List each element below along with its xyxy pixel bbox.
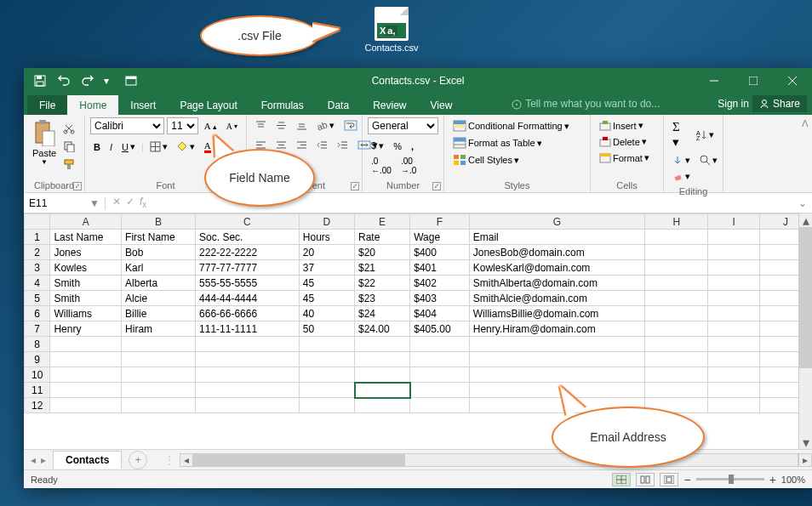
row-header-10[interactable]: 10: [25, 367, 50, 383]
tab-review[interactable]: Review: [361, 95, 418, 115]
col-header-G[interactable]: G: [469, 214, 645, 230]
cell-D12[interactable]: [299, 398, 354, 413]
cell-C11[interactable]: [196, 383, 300, 398]
conditional-formatting-button[interactable]: Conditional Formatting ▾: [449, 117, 585, 134]
cell-B9[interactable]: [122, 352, 196, 367]
cell-A3[interactable]: Kowles: [50, 260, 122, 276]
col-header-H[interactable]: H: [645, 214, 708, 230]
sheet-nav-next-icon[interactable]: ▸: [41, 454, 46, 466]
cell-B12[interactable]: [122, 398, 196, 413]
page-break-view-icon[interactable]: [660, 473, 678, 486]
cell-G6[interactable]: WilliamsBillie@domain.com: [469, 306, 645, 321]
cell-D7[interactable]: 50: [299, 321, 354, 337]
cell-H5[interactable]: [645, 291, 708, 306]
clipboard-launcher-icon[interactable]: ⤢: [73, 182, 82, 190]
row-header-8[interactable]: 8: [25, 337, 50, 352]
cell-F11[interactable]: [410, 383, 470, 398]
decrease-decimal-icon[interactable]: .00→.0: [397, 154, 420, 178]
cell-C2[interactable]: 222-22-2222: [196, 245, 300, 260]
tab-formulas[interactable]: Formulas: [249, 95, 316, 115]
cell-A8[interactable]: [50, 337, 122, 352]
alignment-launcher-icon[interactable]: ⤢: [351, 182, 359, 190]
tell-me-box[interactable]: Tell me what you want to do...: [512, 98, 660, 110]
cell-A10[interactable]: [50, 367, 122, 383]
row-header-11[interactable]: 11: [25, 383, 50, 398]
select-all-cell[interactable]: [25, 214, 50, 230]
cell-C7[interactable]: 111-11-1111: [196, 321, 300, 337]
cell-E12[interactable]: [355, 398, 410, 413]
name-box-input[interactable]: [29, 197, 80, 209]
cell-I9[interactable]: [708, 352, 760, 367]
cell-C5[interactable]: 444-44-4444: [196, 291, 300, 306]
cell-F9[interactable]: [410, 352, 470, 367]
tab-view[interactable]: View: [419, 95, 465, 115]
number-format-select[interactable]: General: [368, 117, 438, 134]
cell-A1[interactable]: Last Name: [50, 230, 122, 245]
cell-E10[interactable]: [355, 367, 410, 383]
cell-C8[interactable]: [196, 337, 300, 352]
italic-button[interactable]: I: [106, 139, 116, 155]
cell-E6[interactable]: $24: [355, 306, 410, 321]
cell-E9[interactable]: [355, 352, 410, 367]
scroll-left-icon[interactable]: ◂: [180, 453, 193, 467]
col-header-E[interactable]: E: [355, 214, 410, 230]
number-launcher-icon[interactable]: ⤢: [432, 182, 441, 190]
zoom-out-icon[interactable]: −: [683, 473, 690, 486]
cell-E8[interactable]: [355, 337, 410, 352]
format-cells-button[interactable]: Format ▾: [596, 150, 658, 166]
cell-C1[interactable]: Soc. Sec.: [196, 230, 300, 245]
tab-home[interactable]: Home: [67, 95, 118, 115]
align-top-icon[interactable]: [252, 117, 270, 134]
cell-A2[interactable]: Jones: [50, 245, 122, 260]
paste-button[interactable]: Paste▼: [29, 117, 60, 173]
cell-A9[interactable]: [50, 352, 122, 367]
cell-E2[interactable]: $20: [355, 245, 410, 260]
spreadsheet-grid[interactable]: ABCDEFGHIJ1Last NameFirst NameSoc. Sec.H…: [24, 213, 812, 413]
cell-H1[interactable]: [645, 230, 708, 245]
cell-G7[interactable]: Henry.Hiram@domain.com: [469, 321, 645, 337]
cell-styles-button[interactable]: Cell Styles ▾: [449, 151, 585, 168]
bold-button[interactable]: B: [90, 139, 104, 155]
cell-C12[interactable]: [196, 398, 300, 413]
cell-E11[interactable]: [355, 383, 410, 398]
row-header-6[interactable]: 6: [25, 306, 50, 321]
col-header-C[interactable]: C: [196, 214, 300, 230]
cell-I2[interactable]: [708, 245, 760, 260]
horizontal-scrollbar[interactable]: ⋮ ◂ ▸: [164, 453, 812, 467]
cell-A12[interactable]: [50, 398, 122, 413]
share-button[interactable]: Share: [752, 95, 807, 112]
cancel-formula-icon[interactable]: ✕: [112, 196, 121, 209]
cell-A4[interactable]: Smith: [50, 276, 122, 291]
cell-B7[interactable]: Hiram: [122, 321, 196, 337]
cell-D10[interactable]: [299, 367, 354, 383]
cell-A11[interactable]: [50, 383, 122, 398]
cell-C10[interactable]: [196, 367, 300, 383]
cell-H10[interactable]: [645, 367, 708, 383]
scroll-up-icon[interactable]: ▴: [799, 213, 812, 227]
cell-I5[interactable]: [708, 291, 760, 306]
cell-F7[interactable]: $405.00: [410, 321, 470, 337]
col-header-F[interactable]: F: [410, 214, 470, 230]
cell-B6[interactable]: Billie: [122, 306, 196, 321]
cell-H9[interactable]: [645, 352, 708, 367]
cell-D5[interactable]: 45: [299, 291, 354, 306]
col-header-B[interactable]: B: [122, 214, 196, 230]
percent-format-icon[interactable]: %: [390, 139, 405, 154]
cell-H7[interactable]: [645, 321, 708, 337]
cell-I10[interactable]: [708, 367, 760, 383]
expand-formula-bar-icon[interactable]: ⌄: [793, 197, 812, 209]
cell-B3[interactable]: Karl: [122, 260, 196, 276]
new-sheet-button[interactable]: +: [129, 451, 147, 469]
tab-page-layout[interactable]: Page Layout: [168, 95, 249, 115]
normal-view-icon[interactable]: [612, 473, 631, 486]
row-header-5[interactable]: 5: [25, 291, 50, 306]
font-name-select[interactable]: Calibri: [90, 117, 164, 134]
insert-function-icon[interactable]: fx: [140, 196, 146, 209]
borders-icon[interactable]: ▾: [146, 139, 171, 155]
align-middle-icon[interactable]: [272, 117, 290, 134]
cell-I1[interactable]: [708, 230, 760, 245]
orientation-icon[interactable]: ab▾: [313, 117, 338, 134]
fill-color-icon[interactable]: ▾: [174, 139, 198, 155]
cell-D11[interactable]: [299, 383, 354, 398]
cell-G3[interactable]: KowlesKarl@domain.com: [469, 260, 645, 276]
